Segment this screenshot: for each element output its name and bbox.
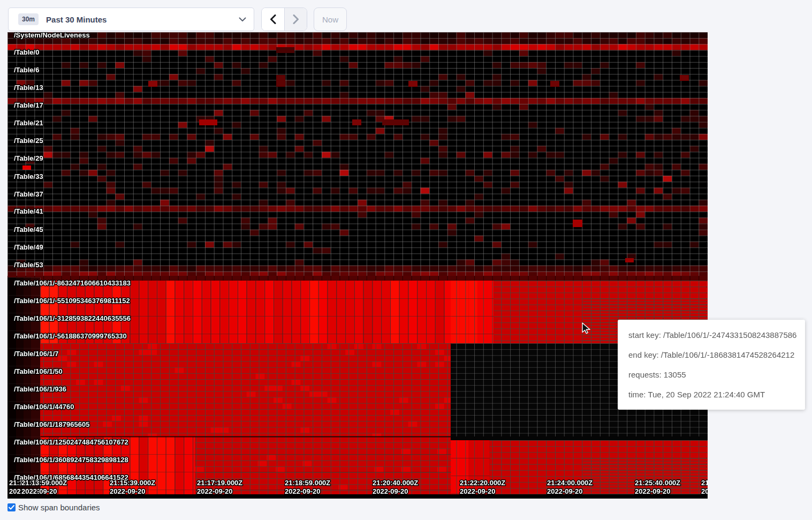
- tooltip-end-key: end key: /Table/106/1/-18683814745282642…: [628, 345, 798, 365]
- prev-time-button[interactable]: [262, 8, 284, 31]
- next-time-button[interactable]: [284, 8, 307, 31]
- show-span-boundaries-checkbox[interactable]: [7, 503, 16, 511]
- now-button[interactable]: Now: [314, 7, 347, 31]
- time-range-label: Past 30 Minutes: [46, 15, 239, 24]
- tooltip-start-key: start key: /Table/106/1/-247433150824388…: [628, 325, 798, 345]
- chevron-down-icon: [239, 17, 246, 22]
- footer: Show span boundaries: [7, 503, 100, 512]
- time-range-badge: 30m: [18, 13, 39, 25]
- chevron-right-icon: [293, 14, 299, 24]
- toolbar: 30m Past 30 Minutes Now: [8, 7, 347, 31]
- time-range-dropdown[interactable]: 30m Past 30 Minutes: [8, 7, 254, 31]
- check-icon: [9, 505, 14, 510]
- tooltip-requests: requests: 13055: [628, 365, 798, 385]
- chevron-left-icon: [270, 14, 276, 24]
- time-nav-group: [261, 7, 307, 31]
- span-tooltip: start key: /Table/106/1/-247433150824388…: [618, 320, 805, 410]
- key-visualizer-page: { "toolbar": { "badge": "30m", "range_la…: [0, 0, 812, 520]
- key-visualizer-heatmap[interactable]: [7, 32, 708, 499]
- show-span-boundaries-label: Show span boundaries: [18, 503, 100, 512]
- tooltip-time: time: Tue, 20 Sep 2022 21:24:40 GMT: [628, 385, 798, 404]
